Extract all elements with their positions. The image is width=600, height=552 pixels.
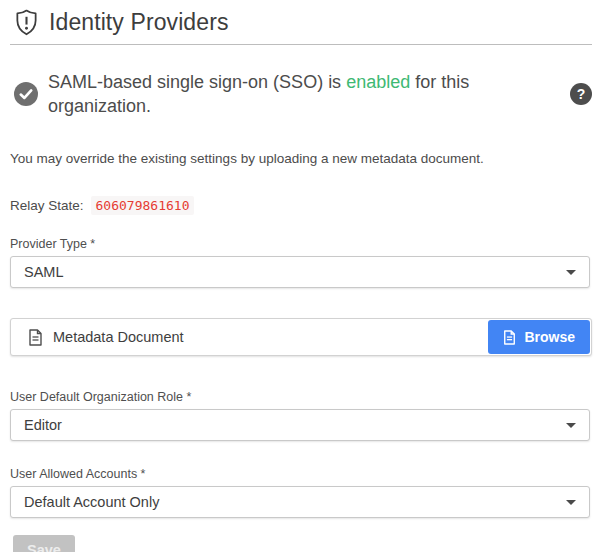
default-role-select[interactable]: Editor (10, 409, 590, 441)
allowed-accounts-label: User Allowed Accounts * (10, 467, 590, 482)
browse-button-label: Browse (524, 329, 575, 345)
allowed-accounts-field: User Allowed Accounts * Default Account … (10, 467, 590, 518)
question-circle-icon[interactable]: ? (570, 83, 592, 105)
chevron-down-icon (566, 270, 576, 275)
sso-status-text-before: SAML-based single sign-on (SSO) is (48, 72, 346, 92)
sso-enabled-highlight: enabled (346, 72, 410, 92)
relay-state-label: Relay State: (10, 198, 84, 213)
default-role-field: User Default Organization Role * Editor (10, 390, 590, 441)
relay-state-row: Relay State: 606079861610 (10, 196, 590, 215)
provider-type-label: Provider Type * (10, 237, 590, 252)
document-icon (503, 330, 516, 345)
default-role-value: Editor (24, 417, 62, 433)
check-circle-icon (14, 82, 38, 106)
allowed-accounts-select[interactable]: Default Account Only (10, 486, 590, 518)
provider-type-field: Provider Type * SAML (10, 237, 590, 288)
document-icon (28, 329, 43, 346)
provider-type-value: SAML (24, 264, 64, 280)
metadata-document-label: Metadata Document (53, 329, 184, 345)
browse-button[interactable]: Browse (488, 320, 590, 354)
identity-providers-page: Identity Providers SAML-based single sig… (0, 0, 600, 552)
relay-state-value: 606079861610 (91, 196, 195, 215)
allowed-accounts-value: Default Account Only (24, 494, 159, 510)
metadata-upload-field[interactable]: Metadata Document Browse (10, 318, 592, 356)
provider-type-select[interactable]: SAML (10, 256, 590, 288)
sso-status-banner: SAML-based single sign-on (SSO) is enabl… (14, 70, 592, 118)
save-button[interactable]: Save (13, 535, 75, 552)
chevron-down-icon (566, 423, 576, 428)
page-header: Identity Providers (10, 0, 592, 45)
shield-exclamation-icon (14, 9, 39, 36)
chevron-down-icon (566, 500, 576, 505)
default-role-label: User Default Organization Role * (10, 390, 590, 405)
override-description: You may override the existing settings b… (10, 150, 590, 168)
sso-status-text: SAML-based single sign-on (SSO) is enabl… (48, 70, 570, 118)
page-title: Identity Providers (49, 9, 229, 36)
